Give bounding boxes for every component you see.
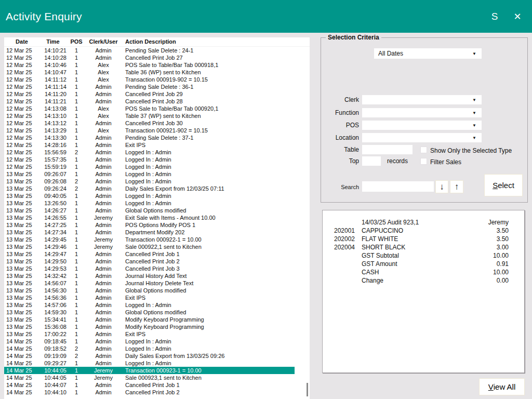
receipt-name: SHORT BLACK [355, 243, 467, 251]
cell-time: 10:44:10 [39, 389, 66, 396]
table-row[interactable]: 12 Mar 2515:59:191AdminLogged In : Admin [4, 163, 310, 170]
search-input[interactable] [362, 181, 434, 192]
cell-action: Cancelled Print Job 27 [121, 54, 310, 61]
cell-action: Cancelled Print Job 3 [121, 265, 310, 272]
receipt-amt: 0.91 [467, 260, 509, 268]
table-row[interactable]: 14 Mar 2510:44:101AdminCancelled Print J… [4, 389, 310, 396]
table-row[interactable]: 12 Mar 2514:10:471AlexTable 36 (WP) sent… [4, 69, 310, 76]
table-row[interactable]: 13 Mar 2514:56:361AdminExit IPS [4, 294, 310, 301]
table-row[interactable]: 13 Mar 2514:26:551JeremyExit Sale with I… [4, 214, 310, 221]
settings-button[interactable]: S [483, 0, 506, 33]
table-row[interactable]: 13 Mar 2509:26:242AdminDaily Sales Expor… [4, 185, 310, 192]
table-row[interactable]: 13 Mar 2514:27:251AdminPOS Options Modif… [4, 221, 310, 229]
cell-date: 14 Mar 25 [4, 352, 39, 360]
function-dropdown[interactable]: ▼ [362, 108, 482, 117]
table-row[interactable]: 13 Mar 2514:29:451JeremyTransaction 0009… [4, 236, 310, 243]
location-dropdown[interactable]: ▼ [362, 133, 482, 142]
table-input[interactable] [362, 145, 413, 154]
table-row[interactable]: 13 Mar 2517:00:221AdminExit IPS [4, 330, 310, 338]
receipt-code [323, 251, 355, 260]
table-row[interactable]: 12 Mar 2514:11:201AdminCancelled Print J… [4, 90, 310, 98]
filter-sales-checkbox[interactable] [420, 158, 427, 165]
table-row[interactable]: 13 Mar 2514:29:471AdminCancelled Print J… [4, 250, 310, 258]
vertical-scrollbar-thumb[interactable] [307, 383, 308, 396]
table-row[interactable]: 13 Mar 2515:34:411AdminModify Keyboard P… [4, 316, 310, 323]
table-row[interactable]: 13 Mar 2514:29:501AdminCancelled Print J… [4, 258, 310, 265]
cell-clerk: Admin [86, 141, 121, 149]
cell-time: 15:36:08 [39, 323, 66, 330]
search-up-button[interactable]: ↑ [450, 180, 463, 193]
cell-action: POS Sale to Table/Bar Tab 000920,1 [121, 105, 310, 112]
table-row[interactable]: 13 Mar 2509:26:082AdminLogged In : Admin [4, 178, 310, 185]
clerk-dropdown[interactable]: ▼ [362, 95, 482, 104]
cell-date: 12 Mar 25 [4, 98, 39, 105]
table-row[interactable]: 12 Mar 2515:57:351AdminLogged In : Admin [4, 156, 310, 163]
table-row[interactable]: 12 Mar 2514:10:211AdminPending Sale Dele… [4, 47, 310, 54]
column-header-time: Time [39, 37, 66, 46]
table-row[interactable]: 12 Mar 2514:11:211AdminCancelled Print J… [4, 98, 310, 105]
table-row[interactable]: 12 Mar 2514:13:301AdminPending Sale Dele… [4, 134, 310, 141]
table-row[interactable]: 12 Mar 2514:28:161AdminExit IPS [4, 141, 310, 149]
table-row[interactable]: 13 Mar 2514:26:271AdminGlobal Options mo… [4, 207, 310, 214]
cell-clerk: Admin [86, 265, 121, 272]
cell-pos: 1 [66, 258, 86, 265]
table-row[interactable]: 13 Mar 2514:59:301AdminGlobal Options mo… [4, 309, 310, 316]
table-row[interactable]: 14 Mar 2510:44:051JeremyTransaction 0009… [4, 367, 295, 374]
table-row[interactable]: 12 Mar 2514:13:291AlexTransaction 000921… [4, 127, 310, 134]
table-row[interactable]: 12 Mar 2515:56:592AdminLogged In : Admin [4, 149, 310, 156]
receipt-amt: 0.00 [467, 276, 509, 285]
table-row[interactable]: 13 Mar 2515:36:081AdminModify Keyboard P… [4, 323, 310, 330]
cell-time: 14:10:47 [39, 69, 66, 76]
cell-clerk: Admin [86, 381, 121, 389]
table-row[interactable]: 12 Mar 2514:10:461AlexPOS Sale to Table/… [4, 61, 310, 69]
select-button[interactable]: Select [484, 174, 523, 196]
table-row[interactable]: 13 Mar 2509:26:071AdminLogged In : Admin [4, 170, 310, 178]
table-label: Table [321, 146, 359, 153]
table-row[interactable]: 13 Mar 2509:40:051AdminLogged In : Admin [4, 192, 310, 200]
cell-clerk: Admin [86, 287, 121, 294]
cell-date: 13 Mar 25 [4, 258, 39, 265]
table-row[interactable]: 12 Mar 2514:13:101AlexTable 37 (WP) sent… [4, 112, 310, 119]
cell-date: 14 Mar 25 [4, 345, 39, 352]
show-only-selected-type-checkbox[interactable] [420, 147, 427, 153]
log-header-row: Date Time POS Clerk/User Action Descript… [4, 37, 310, 47]
table-row[interactable]: 14 Mar 2509:18:451AdminLogged In : Admin [4, 338, 310, 345]
table-row[interactable]: 14 Mar 2509:18:522AdminLogged In : Admin [4, 345, 310, 352]
cell-date: 12 Mar 25 [4, 47, 39, 54]
table-row[interactable]: 14 Mar 2510:44:051JeremySale 000923,1 se… [4, 374, 310, 381]
table-row[interactable]: 12 Mar 2514:10:281AdminCancelled Print J… [4, 54, 310, 61]
cell-pos: 2 [66, 345, 86, 352]
cell-action: Cancelled Print Job 1 [121, 250, 310, 258]
pos-dropdown[interactable]: ▼ [362, 121, 482, 130]
table-row[interactable]: 14 Mar 2509:19:092AdminDaily Sales Expor… [4, 352, 310, 360]
table-row[interactable]: 13 Mar 2514:32:421AdminJournal History A… [4, 272, 310, 280]
top-records-input[interactable] [362, 156, 381, 166]
cell-date: 13 Mar 25 [4, 265, 39, 272]
table-row[interactable]: 14 Mar 2509:29:271AdminLogged In : Admin [4, 360, 310, 367]
activity-log-list[interactable]: Date Time POS Clerk/User Action Descript… [4, 37, 310, 399]
table-row[interactable]: 13 Mar 2514:27:341AdminDepartment Modify… [4, 229, 310, 236]
table-row[interactable]: 13 Mar 2514:56:071AdminJournal History D… [4, 280, 310, 287]
table-row[interactable]: 14 Mar 2510:44:071AdminCancelled Print J… [4, 381, 310, 389]
cell-time: 14:11:21 [39, 98, 66, 105]
date-range-dropdown[interactable]: All Dates ▼ [374, 48, 482, 59]
cell-pos: 1 [66, 119, 86, 127]
cell-date: 14 Mar 25 [4, 360, 39, 367]
table-row[interactable]: 13 Mar 2514:57:061AdminLogged In : Admin [4, 301, 310, 309]
table-row[interactable]: 13 Mar 2514:29:531AdminCancelled Print J… [4, 265, 310, 272]
table-row[interactable]: 12 Mar 2514:11:121AlexTransaction 000919… [4, 76, 310, 83]
cell-action: Cancelled Print Job 28 [121, 98, 310, 105]
receipt-line: CASH10.00 [323, 268, 524, 276]
table-row[interactable]: 13 Mar 2514:56:301AdminGlobal Options mo… [4, 287, 310, 294]
search-down-button[interactable]: ↓ [435, 180, 448, 193]
table-row[interactable]: 13 Mar 2513:26:501AdminLogged In : Admin [4, 200, 310, 207]
table-row[interactable]: 12 Mar 2514:11:141AdminPending Sale Dele… [4, 83, 310, 90]
table-row[interactable]: 12 Mar 2514:13:121AdminCancelled Print J… [4, 119, 310, 127]
cell-date: 13 Mar 25 [4, 185, 39, 192]
table-row[interactable]: 12 Mar 2514:13:081AlexPOS Sale to Table/… [4, 105, 310, 112]
table-row[interactable]: 13 Mar 2514:29:461JeremySale 000922,1 se… [4, 243, 310, 250]
close-icon[interactable]: ✕ [506, 0, 529, 33]
cell-pos: 1 [66, 214, 86, 221]
view-all-button[interactable]: View All [479, 378, 525, 395]
cell-clerk: Admin [86, 330, 121, 338]
